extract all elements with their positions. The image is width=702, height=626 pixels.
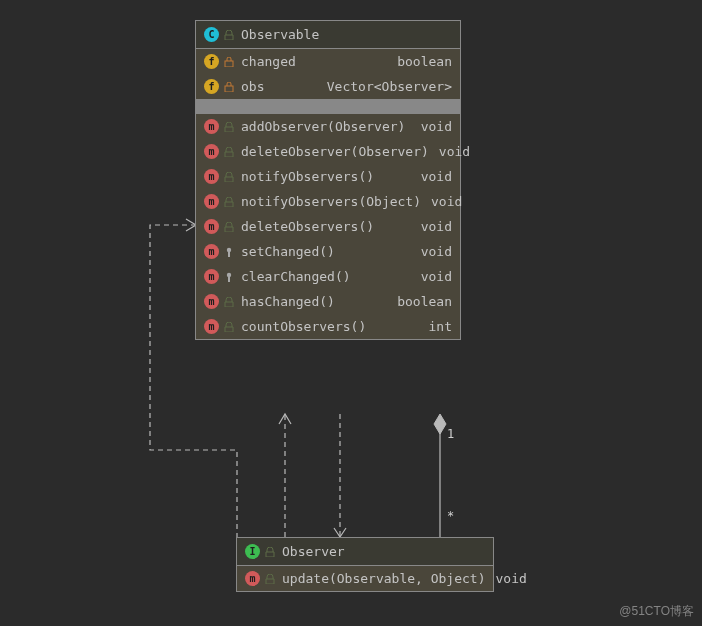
class-name: Observer [282,544,485,559]
method-row[interactable]: m notifyObservers(Object) void [196,189,460,214]
field-type: boolean [397,54,452,69]
private-vis-icon [223,55,235,69]
method-icon: m [245,571,260,586]
class-icon: C [204,27,219,42]
class-header[interactable]: C Observable [196,21,460,49]
public-vis-icon [223,295,235,309]
protected-vis-icon [223,245,235,259]
method-icon: m [204,294,219,309]
public-vis-icon [223,170,235,184]
method-name: hasChanged() [241,294,387,309]
return-type: void [421,269,452,284]
class-observable[interactable]: C Observable f changed boolean f obs Vec… [195,20,461,340]
method-row[interactable]: m hasChanged() boolean [196,289,460,314]
public-vis-icon [223,120,235,134]
method-name: update(Observable, Object) [282,571,486,586]
interface-icon: I [245,544,260,559]
public-vis-icon [223,145,235,159]
watermark-text: @51CTO博客 [619,603,694,620]
method-row[interactable]: m clearChanged() void [196,264,460,289]
composition-diamond-icon [434,414,446,434]
public-vis-icon [264,545,276,559]
field-name: obs [241,79,317,94]
class-name: Observable [241,27,452,42]
field-icon: f [204,54,219,69]
return-type: boolean [397,294,452,309]
return-type: void [439,144,470,159]
method-icon: m [204,269,219,284]
field-icon: f [204,79,219,94]
method-row[interactable]: m update(Observable, Object) void [237,566,493,591]
method-name: notifyObservers() [241,169,411,184]
svg-rect-5 [228,277,230,282]
multiplicity-many: * [447,509,454,523]
method-row[interactable]: m setChanged() void [196,239,460,264]
method-row[interactable]: m addObserver(Observer) void [196,114,460,139]
method-icon: m [204,194,219,209]
field-name: changed [241,54,387,69]
svg-point-2 [227,247,231,251]
method-name: notifyObservers(Object) [241,194,421,209]
method-row[interactable]: m deleteObserver(Observer) void [196,139,460,164]
return-type: void [421,119,452,134]
return-type: void [421,169,452,184]
method-icon: m [204,319,219,334]
method-name: countObservers() [241,319,419,334]
method-icon: m [204,219,219,234]
method-name: deleteObservers() [241,219,411,234]
field-row[interactable]: f changed boolean [196,49,460,74]
open-arrow-icon [334,528,346,537]
field-row[interactable]: f obs Vector<Observer> [196,74,460,99]
svg-rect-0 [225,61,233,67]
return-type: void [496,571,527,586]
method-icon: m [204,119,219,134]
svg-rect-3 [228,252,230,257]
multiplicity-one: 1 [447,427,454,441]
return-type: void [421,244,452,259]
method-row[interactable]: m notifyObservers() void [196,164,460,189]
return-type: int [429,319,452,334]
svg-point-4 [227,272,231,276]
method-icon: m [204,244,219,259]
method-row[interactable]: m countObservers() int [196,314,460,339]
public-vis-icon [223,28,235,42]
method-icon: m [204,144,219,159]
private-vis-icon [223,80,235,94]
public-vis-icon [223,320,235,334]
method-name: clearChanged() [241,269,411,284]
method-name: addObserver(Observer) [241,119,411,134]
method-name: setChanged() [241,244,411,259]
interface-observer[interactable]: I Observer m update(Observable, Object) … [236,537,494,592]
public-vis-icon [223,220,235,234]
field-type: Vector<Observer> [327,79,452,94]
protected-vis-icon [223,270,235,284]
fields-section: f changed boolean f obs Vector<Observer> [196,49,460,100]
public-vis-icon [264,572,276,586]
return-type: void [431,194,462,209]
methods-section: m addObserver(Observer) void m deleteObs… [196,114,460,339]
method-icon: m [204,169,219,184]
public-vis-icon [223,195,235,209]
method-row[interactable]: m deleteObservers() void [196,214,460,239]
methods-section: m update(Observable, Object) void [237,566,493,591]
return-type: void [421,219,452,234]
svg-rect-1 [225,86,233,92]
class-header[interactable]: I Observer [237,538,493,566]
method-name: deleteObserver(Observer) [241,144,429,159]
open-arrow-icon [279,414,291,424]
section-separator [196,100,460,114]
